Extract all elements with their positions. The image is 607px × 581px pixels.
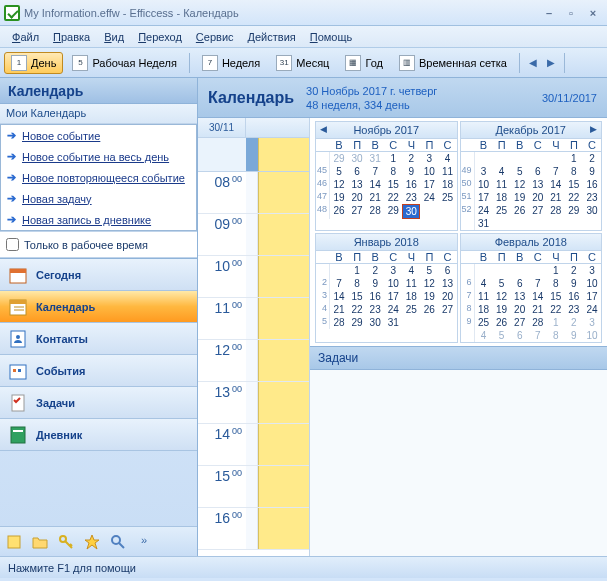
day-cell[interactable]: 31 <box>384 316 402 329</box>
day-cell[interactable]: 1 <box>384 152 402 165</box>
day-cell[interactable]: 3 <box>475 165 493 178</box>
day-cell[interactable]: 22 <box>384 191 402 204</box>
day-cell[interactable]: 19 <box>330 191 348 204</box>
action-item[interactable]: ➔Новая запись в дневнике <box>1 209 196 230</box>
day-cell[interactable] <box>583 217 601 230</box>
day-cell[interactable]: 25 <box>493 204 511 217</box>
day-cell[interactable]: 26 <box>420 303 438 316</box>
day-cell[interactable]: 21 <box>529 303 547 316</box>
workhours-checkbox[interactable] <box>6 238 19 251</box>
day-cell[interactable]: 16 <box>366 290 384 303</box>
day-cell[interactable]: 25 <box>475 316 493 329</box>
day-cell[interactable]: 2 <box>583 152 601 165</box>
day-cell[interactable]: 27 <box>529 204 547 217</box>
action-item[interactable]: ➔Новое событие <box>1 125 196 146</box>
day-cell[interactable]: 18 <box>402 290 420 303</box>
maximize-button[interactable]: ▫ <box>561 5 581 21</box>
day-cell[interactable]: 6 <box>438 264 456 277</box>
day-cell[interactable] <box>475 264 493 277</box>
day-cell[interactable]: 15 <box>348 290 366 303</box>
day-cell[interactable]: 7 <box>330 277 348 290</box>
menu-вид[interactable]: Вид <box>98 29 130 45</box>
day-cell[interactable] <box>511 152 529 165</box>
day-cell[interactable]: 13 <box>529 178 547 191</box>
day-cell[interactable]: 8 <box>348 277 366 290</box>
view-year-button[interactable]: ▦ Год <box>338 52 390 74</box>
day-cell[interactable]: 15 <box>384 178 402 191</box>
chevron-right-icon[interactable]: » <box>136 534 152 550</box>
day-cell[interactable]: 23 <box>565 303 583 316</box>
prev-month-icon[interactable]: ◀ <box>320 124 327 134</box>
day-cell[interactable]: 13 <box>348 178 366 191</box>
day-cell[interactable]: 28 <box>366 204 384 219</box>
day-cell[interactable]: 17 <box>384 290 402 303</box>
day-cell[interactable]: 24 <box>420 191 438 204</box>
day-cell[interactable]: 18 <box>493 191 511 204</box>
day-cell[interactable]: 10 <box>583 329 601 342</box>
day-cell[interactable]: 20 <box>438 290 456 303</box>
hour-row[interactable]: 0900 <box>198 214 309 256</box>
day-cell[interactable]: 16 <box>565 290 583 303</box>
day-cell[interactable]: 29 <box>565 204 583 217</box>
day-cell[interactable]: 20 <box>348 191 366 204</box>
nav-events[interactable]: События <box>0 355 197 387</box>
day-cell[interactable]: 20 <box>529 191 547 204</box>
day-cell[interactable] <box>547 217 565 230</box>
search-icon[interactable] <box>110 534 126 550</box>
day-cell[interactable] <box>547 152 565 165</box>
day-cell[interactable]: 25 <box>438 191 456 204</box>
day-cell[interactable]: 18 <box>475 303 493 316</box>
day-cell[interactable]: 29 <box>330 152 348 165</box>
menu-сервис[interactable]: Сервис <box>190 29 240 45</box>
day-cell[interactable]: 30 <box>583 204 601 217</box>
day-cell[interactable]: 11 <box>475 290 493 303</box>
folder-icon[interactable] <box>32 534 48 550</box>
day-cell[interactable]: 26 <box>493 316 511 329</box>
hour-row[interactable]: 1000 <box>198 256 309 298</box>
day-cell[interactable]: 13 <box>511 290 529 303</box>
day-cell[interactable]: 29 <box>348 316 366 329</box>
view-day-button[interactable]: 1 День <box>4 52 63 74</box>
day-cell[interactable]: 12 <box>330 178 348 191</box>
day-cell[interactable]: 23 <box>402 191 420 204</box>
day-cell[interactable]: 8 <box>384 165 402 178</box>
day-cell[interactable] <box>493 152 511 165</box>
day-cell[interactable]: 2 <box>565 316 583 329</box>
hour-row[interactable]: 0800 <box>198 172 309 214</box>
day-cell[interactable] <box>529 264 547 277</box>
day-cell[interactable]: 6 <box>529 165 547 178</box>
action-item[interactable]: ➔Новое событие на весь день <box>1 146 196 167</box>
day-cell[interactable]: 5 <box>330 165 348 178</box>
day-cell[interactable]: 19 <box>420 290 438 303</box>
view-timegrid-button[interactable]: ▥ Временная сетка <box>392 52 514 74</box>
day-cell[interactable]: 4 <box>475 329 493 342</box>
day-cell[interactable]: 11 <box>402 277 420 290</box>
day-cell[interactable]: 24 <box>583 303 601 316</box>
tasks-body[interactable] <box>310 370 607 556</box>
day-cell[interactable]: 21 <box>330 303 348 316</box>
day-cell[interactable]: 9 <box>565 277 583 290</box>
day-cell[interactable]: 21 <box>366 191 384 204</box>
day-cell[interactable]: 9 <box>565 329 583 342</box>
day-cell[interactable]: 12 <box>493 290 511 303</box>
day-cell[interactable]: 19 <box>493 303 511 316</box>
day-cell[interactable]: 17 <box>420 178 438 191</box>
day-cell[interactable]: 28 <box>547 204 565 217</box>
day-cell[interactable]: 19 <box>511 191 529 204</box>
day-cell[interactable]: 9 <box>366 277 384 290</box>
day-cell[interactable]: 31 <box>475 217 493 230</box>
day-cell[interactable]: 30 <box>402 204 420 219</box>
day-cell[interactable]: 15 <box>565 178 583 191</box>
hour-row[interactable]: 1200 <box>198 340 309 382</box>
day-cell[interactable] <box>529 217 547 230</box>
day-cell[interactable] <box>330 264 348 277</box>
day-cell[interactable]: 9 <box>583 165 601 178</box>
day-cell[interactable]: 27 <box>438 303 456 316</box>
nav-tasks[interactable]: Задачи <box>0 387 197 419</box>
day-cell[interactable]: 14 <box>547 178 565 191</box>
day-cell[interactable] <box>438 204 456 219</box>
day-cell[interactable]: 22 <box>547 303 565 316</box>
day-cell[interactable]: 23 <box>366 303 384 316</box>
day-cell[interactable]: 12 <box>511 178 529 191</box>
day-cell[interactable] <box>402 316 420 329</box>
